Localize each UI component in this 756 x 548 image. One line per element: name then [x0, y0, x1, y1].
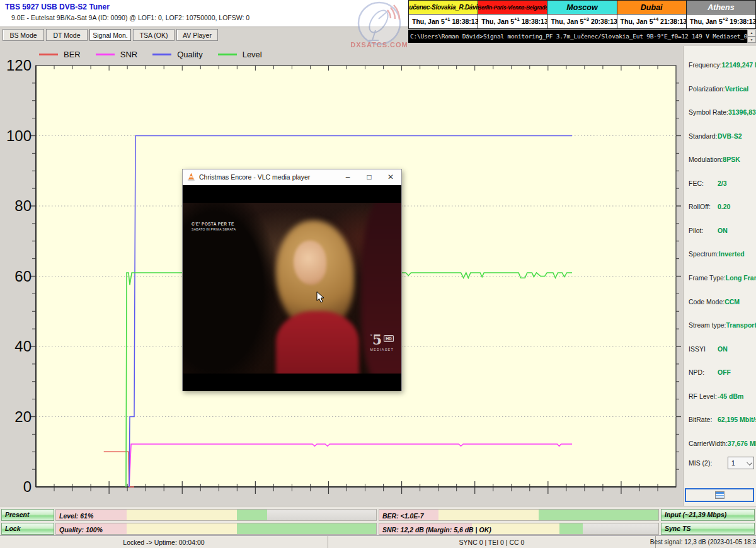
quality-bar: Quality: 100%: [55, 523, 377, 535]
param-label: Frequency:: [689, 61, 722, 69]
clock-athens: Athens Thu, Jan 5 +2 19:38:13: [687, 1, 755, 28]
y-tick-label: 20: [0, 409, 32, 425]
actress-face: [294, 241, 326, 285]
scroll-down-icon[interactable]: ▼: [747, 37, 756, 43]
signal-parameters-panel: Frequency:12149,247 MHzPolarization:Vert…: [683, 46, 756, 506]
maximize-button[interactable]: □: [358, 169, 380, 185]
close-button[interactable]: ✕: [380, 169, 401, 185]
param-row-code-mode: Code Mode:CCM: [689, 298, 754, 305]
actress-red-top: [276, 311, 359, 374]
snr-bar: SNR: 12,2 dB (Margin: 5,6 dB | OK): [379, 523, 659, 535]
param-value: Inverted: [719, 250, 755, 258]
param-label: Code Mode:: [689, 298, 724, 305]
param-value: 8PSK: [723, 156, 756, 163]
clock-city-label: Athens: [687, 1, 755, 14]
lock-badge: Lock: [1, 523, 54, 535]
legend-item-quality: Quality: [152, 50, 202, 59]
app-title: TBS 5927 USB DVB-S2 Tuner: [5, 3, 110, 11]
param-row-polarization: Polarization:Vertical: [689, 85, 754, 93]
level-bar: Level: 61%: [55, 509, 377, 521]
capture-button[interactable]: [685, 488, 754, 502]
bar-zone: [237, 523, 376, 534]
mis-select[interactable]: 1: [728, 457, 754, 469]
chart-legend: BERSNRQualityLevel: [39, 49, 277, 59]
console-scrollbar[interactable]: ▲ ▼: [747, 30, 756, 43]
param-row-issyi: ISSYION: [689, 345, 754, 353]
letterbox-top: [183, 185, 401, 203]
param-label: CarrierWidth:: [689, 440, 728, 447]
clock-time: 18:38:13: [452, 18, 479, 25]
y-tick-label: 0: [0, 479, 32, 495]
legend-item-level: Level: [218, 50, 262, 59]
clock-date: Thu, Jan 5: [551, 18, 583, 25]
header-divider: [0, 26, 408, 27]
world-clocks: Lučenec-Slovakia_R.Dávid Thu, Jan 5 +1 1…: [408, 0, 756, 29]
param-label: Polarization:: [689, 85, 725, 93]
tab-signal-mon[interactable]: Signal Mon.: [89, 29, 131, 41]
minimize-button[interactable]: –: [337, 169, 358, 185]
param-row-modulation: Modulation:8PSK: [689, 156, 754, 163]
tab-av-player[interactable]: AV Player: [176, 29, 218, 41]
param-label: RollOff:: [689, 203, 711, 210]
param-value: OFF: [718, 368, 754, 376]
sync-ts-badge: Sync TS: [661, 523, 755, 535]
param-row-symbol-rate: Symbol Rate:31396,831 KS/s: [689, 108, 754, 116]
tab-bs-mode[interactable]: BS Mode: [3, 29, 44, 41]
mis-row: MIS (2): 1: [689, 457, 754, 469]
quality-bar-label: Quality: 100%: [56, 526, 103, 534]
tab-dt-mode[interactable]: DT Mode: [46, 29, 88, 41]
clock-utc-offset: +2: [723, 16, 728, 22]
param-value: ON: [718, 227, 754, 234]
param-value: 37,676 MHz: [728, 440, 756, 447]
param-row-spectrum: Spectrum:Inverted: [689, 250, 754, 258]
param-value: CCM: [724, 298, 756, 305]
vlc-cone-icon: [187, 173, 195, 181]
param-value: ON: [718, 345, 754, 353]
signal-meters-panel: Present Level: 61% BER: <1.0E-7 Input (~…: [0, 506, 756, 535]
param-value: DVB-S2: [718, 132, 754, 140]
ber-bar-label: BER: <1.0E-7: [379, 512, 424, 520]
clock-utc-offset: +4: [653, 16, 659, 22]
param-label: Symbol Rate:: [689, 108, 728, 116]
level-bar-label: Level: 61%: [56, 512, 93, 520]
param-value: Vertical: [725, 85, 756, 93]
param-value: -45 dBm: [718, 392, 754, 400]
vlc-video-area[interactable]: C'E' POSTA PER TE SABATO IN PRIMA SERATA…: [183, 185, 401, 391]
bar-zone: [559, 523, 583, 534]
status-sync-counters: SYNC 0 | TEI 0 | CC 0: [328, 536, 655, 548]
letterbox-bottom: [183, 374, 401, 391]
param-label: FEC:: [689, 180, 704, 187]
param-label: Modulation:: [689, 156, 723, 163]
tab-tsa-ok[interactable]: TSA (OK): [133, 29, 175, 41]
input-bitrate-badge: Input (~21,39 Mbps): [661, 509, 755, 521]
param-label: Pilot:: [689, 227, 703, 234]
param-row-rf-level: RF Level:-45 dBm: [689, 392, 754, 400]
scroll-up-icon[interactable]: ▲: [747, 30, 756, 37]
bar-zone: [127, 510, 237, 520]
vlc-window[interactable]: Christmas Encore - VLC media player – □ …: [182, 169, 402, 391]
param-value: Transport: [726, 321, 756, 329]
param-row-frequency: Frequency:12149,247 MHz: [689, 61, 754, 69]
param-value: 0.20: [718, 203, 754, 210]
param-value: 62,195 Mbit/s: [718, 416, 754, 423]
app-window: TBS 5927 USB DVB-S2 Tuner 9.0E - Eutelsa…: [0, 0, 756, 548]
logo-brand: MEDIASET: [370, 348, 394, 351]
param-label: ISSYI: [689, 345, 706, 353]
vlc-titlebar[interactable]: Christmas Encore - VLC media player – □ …: [183, 169, 401, 185]
clock-date: Thu, Jan 5: [481, 18, 514, 25]
bar-zone: [237, 510, 267, 520]
stacked-stripes-icon: [715, 491, 724, 499]
clock-date: Thu, Jan 5: [690, 18, 723, 25]
param-row-carrierwidth: CarrierWidth:37,676 MHz: [689, 440, 754, 447]
y-tick-label: 60: [0, 268, 32, 285]
clock-city-label: Dubai: [617, 1, 686, 14]
y-tick-label: 40: [0, 338, 32, 355]
param-row-rolloff: RollOff:0.20: [689, 203, 754, 210]
clock-moscow: Moscow Thu, Jan 5 +3 20:38:13: [547, 1, 617, 28]
param-row-stream-type: Stream type:Transport: [689, 321, 754, 329]
clock-time: 21:38:13: [660, 18, 687, 25]
clock-utc-offset: +1: [514, 16, 520, 22]
mis-value: 1: [731, 459, 735, 467]
hd-badge: HD: [384, 335, 393, 342]
legend-item-snr: SNR: [96, 50, 137, 59]
